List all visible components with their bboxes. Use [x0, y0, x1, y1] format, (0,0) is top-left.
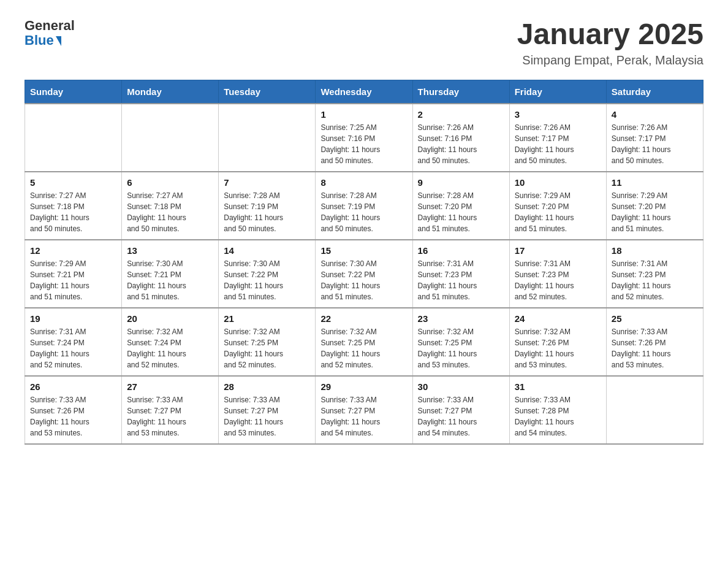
- day-info: Sunrise: 7:28 AM Sunset: 7:20 PM Dayligh…: [418, 190, 504, 234]
- day-info: Sunrise: 7:33 AM Sunset: 7:26 PM Dayligh…: [612, 326, 698, 370]
- day-info: Sunrise: 7:33 AM Sunset: 7:27 PM Dayligh…: [418, 394, 504, 439]
- calendar-cell: 20Sunrise: 7:32 AM Sunset: 7:24 PM Dayli…: [122, 308, 219, 376]
- calendar-cell: 25Sunrise: 7:33 AM Sunset: 7:26 PM Dayli…: [606, 308, 703, 376]
- day-number: 5: [30, 177, 116, 188]
- calendar-cell: 13Sunrise: 7:30 AM Sunset: 7:21 PM Dayli…: [122, 240, 219, 308]
- location-subtitle: Simpang Empat, Perak, Malaysia: [517, 53, 703, 67]
- calendar-cell: 6Sunrise: 7:27 AM Sunset: 7:18 PM Daylig…: [122, 172, 219, 240]
- weekday-header-sunday: Sunday: [25, 80, 122, 104]
- calendar-cell: [122, 104, 219, 172]
- calendar-week-row: 26Sunrise: 7:33 AM Sunset: 7:26 PM Dayli…: [25, 376, 703, 444]
- weekday-header-wednesday: Wednesday: [316, 80, 412, 104]
- day-number: 9: [418, 177, 504, 188]
- page-header: General Blue January 2025 Simpang Empat,…: [25, 18, 703, 67]
- calendar-body: 1Sunrise: 7:25 AM Sunset: 7:16 PM Daylig…: [25, 104, 703, 444]
- logo-general-text: General: [25, 18, 75, 33]
- day-info: Sunrise: 7:33 AM Sunset: 7:27 PM Dayligh…: [320, 394, 407, 439]
- weekday-header-saturday: Saturday: [606, 80, 703, 104]
- day-number: 16: [418, 245, 504, 256]
- calendar-week-row: 12Sunrise: 7:29 AM Sunset: 7:21 PM Dayli…: [25, 240, 703, 308]
- logo-triangle-icon: [56, 36, 61, 46]
- calendar-cell: [606, 376, 703, 444]
- day-number: 13: [127, 245, 213, 256]
- weekday-header-friday: Friday: [509, 80, 606, 104]
- day-number: 20: [127, 313, 213, 324]
- day-number: 17: [515, 245, 601, 256]
- calendar-cell: 21Sunrise: 7:32 AM Sunset: 7:25 PM Dayli…: [219, 308, 316, 376]
- day-info: Sunrise: 7:33 AM Sunset: 7:27 PM Dayligh…: [224, 394, 310, 439]
- day-info: Sunrise: 7:32 AM Sunset: 7:24 PM Dayligh…: [127, 326, 213, 370]
- day-number: 18: [612, 245, 698, 256]
- calendar-cell: 18Sunrise: 7:31 AM Sunset: 7:23 PM Dayli…: [606, 240, 703, 308]
- day-number: 4: [612, 109, 698, 120]
- day-number: 26: [30, 381, 116, 392]
- day-info: Sunrise: 7:29 AM Sunset: 7:20 PM Dayligh…: [612, 190, 698, 234]
- day-info: Sunrise: 7:27 AM Sunset: 7:18 PM Dayligh…: [30, 190, 116, 234]
- calendar-cell: 14Sunrise: 7:30 AM Sunset: 7:22 PM Dayli…: [219, 240, 316, 308]
- calendar-cell: 29Sunrise: 7:33 AM Sunset: 7:27 PM Dayli…: [316, 376, 412, 444]
- day-info: Sunrise: 7:28 AM Sunset: 7:19 PM Dayligh…: [320, 190, 407, 234]
- calendar-cell: 27Sunrise: 7:33 AM Sunset: 7:27 PM Dayli…: [122, 376, 219, 444]
- calendar-cell: 23Sunrise: 7:32 AM Sunset: 7:25 PM Dayli…: [412, 308, 509, 376]
- day-number: 12: [30, 245, 116, 256]
- day-info: Sunrise: 7:26 AM Sunset: 7:17 PM Dayligh…: [515, 122, 601, 166]
- day-number: 30: [418, 381, 504, 392]
- day-info: Sunrise: 7:29 AM Sunset: 7:21 PM Dayligh…: [30, 258, 116, 302]
- day-info: Sunrise: 7:26 AM Sunset: 7:17 PM Dayligh…: [612, 122, 698, 166]
- day-number: 28: [224, 381, 310, 392]
- calendar-week-row: 5Sunrise: 7:27 AM Sunset: 7:18 PM Daylig…: [25, 172, 703, 240]
- day-info: Sunrise: 7:31 AM Sunset: 7:23 PM Dayligh…: [418, 258, 504, 302]
- title-area: January 2025 Simpang Empat, Perak, Malay…: [517, 18, 703, 67]
- day-number: 2: [418, 109, 504, 120]
- day-number: 24: [515, 313, 601, 324]
- calendar-cell: 12Sunrise: 7:29 AM Sunset: 7:21 PM Dayli…: [25, 240, 122, 308]
- calendar-cell: 15Sunrise: 7:30 AM Sunset: 7:22 PM Dayli…: [316, 240, 412, 308]
- day-number: 31: [515, 381, 601, 392]
- calendar-header: SundayMondayTuesdayWednesdayThursdayFrid…: [25, 80, 703, 104]
- calendar-cell: 7Sunrise: 7:28 AM Sunset: 7:19 PM Daylig…: [219, 172, 316, 240]
- calendar-cell: 17Sunrise: 7:31 AM Sunset: 7:23 PM Dayli…: [509, 240, 606, 308]
- day-info: Sunrise: 7:27 AM Sunset: 7:18 PM Dayligh…: [127, 190, 213, 234]
- calendar-cell: 31Sunrise: 7:33 AM Sunset: 7:28 PM Dayli…: [509, 376, 606, 444]
- calendar-cell: [25, 104, 122, 172]
- calendar-cell: 5Sunrise: 7:27 AM Sunset: 7:18 PM Daylig…: [25, 172, 122, 240]
- day-number: 7: [224, 177, 310, 188]
- day-info: Sunrise: 7:30 AM Sunset: 7:22 PM Dayligh…: [320, 258, 407, 302]
- calendar-cell: 4Sunrise: 7:26 AM Sunset: 7:17 PM Daylig…: [606, 104, 703, 172]
- day-number: 11: [612, 177, 698, 188]
- day-info: Sunrise: 7:30 AM Sunset: 7:21 PM Dayligh…: [127, 258, 213, 302]
- weekday-header-thursday: Thursday: [412, 80, 509, 104]
- day-info: Sunrise: 7:33 AM Sunset: 7:28 PM Dayligh…: [515, 394, 601, 439]
- logo-blue-text: Blue: [25, 33, 54, 48]
- calendar-week-row: 19Sunrise: 7:31 AM Sunset: 7:24 PM Dayli…: [25, 308, 703, 376]
- day-info: Sunrise: 7:26 AM Sunset: 7:16 PM Dayligh…: [418, 122, 504, 166]
- day-info: Sunrise: 7:31 AM Sunset: 7:24 PM Dayligh…: [30, 326, 116, 370]
- day-number: 23: [418, 313, 504, 324]
- day-number: 19: [30, 313, 116, 324]
- day-info: Sunrise: 7:32 AM Sunset: 7:25 PM Dayligh…: [418, 326, 504, 370]
- calendar-cell: 2Sunrise: 7:26 AM Sunset: 7:16 PM Daylig…: [412, 104, 509, 172]
- day-info: Sunrise: 7:32 AM Sunset: 7:25 PM Dayligh…: [320, 326, 407, 370]
- calendar-cell: 22Sunrise: 7:32 AM Sunset: 7:25 PM Dayli…: [316, 308, 412, 376]
- calendar-cell: 30Sunrise: 7:33 AM Sunset: 7:27 PM Dayli…: [412, 376, 509, 444]
- calendar-cell: 3Sunrise: 7:26 AM Sunset: 7:17 PM Daylig…: [509, 104, 606, 172]
- day-number: 14: [224, 245, 310, 256]
- day-info: Sunrise: 7:28 AM Sunset: 7:19 PM Dayligh…: [224, 190, 310, 234]
- day-number: 6: [127, 177, 213, 188]
- day-number: 21: [224, 313, 310, 324]
- day-info: Sunrise: 7:31 AM Sunset: 7:23 PM Dayligh…: [612, 258, 698, 302]
- month-title: January 2025: [517, 18, 703, 51]
- day-info: Sunrise: 7:32 AM Sunset: 7:26 PM Dayligh…: [515, 326, 601, 370]
- weekday-header-row: SundayMondayTuesdayWednesdayThursdayFrid…: [25, 80, 703, 104]
- calendar-table: SundayMondayTuesdayWednesdayThursdayFrid…: [25, 80, 703, 445]
- calendar-cell: 8Sunrise: 7:28 AM Sunset: 7:19 PM Daylig…: [316, 172, 412, 240]
- calendar-cell: 26Sunrise: 7:33 AM Sunset: 7:26 PM Dayli…: [25, 376, 122, 444]
- calendar-cell: 24Sunrise: 7:32 AM Sunset: 7:26 PM Dayli…: [509, 308, 606, 376]
- day-number: 8: [320, 177, 407, 188]
- calendar-cell: 1Sunrise: 7:25 AM Sunset: 7:16 PM Daylig…: [316, 104, 412, 172]
- weekday-header-monday: Monday: [122, 80, 219, 104]
- day-number: 3: [515, 109, 601, 120]
- day-info: Sunrise: 7:29 AM Sunset: 7:20 PM Dayligh…: [515, 190, 601, 234]
- day-number: 27: [127, 381, 213, 392]
- day-info: Sunrise: 7:25 AM Sunset: 7:16 PM Dayligh…: [320, 122, 407, 166]
